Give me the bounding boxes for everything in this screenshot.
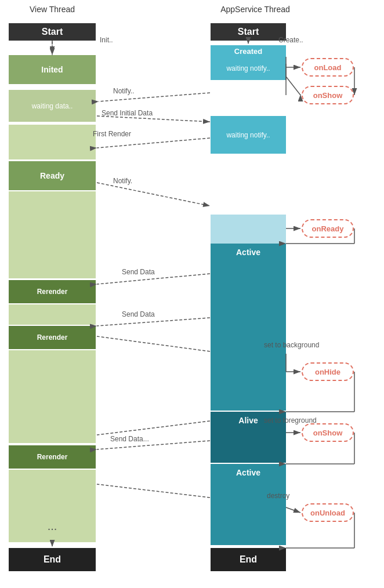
- view-thread-header: View Thread: [6, 5, 99, 14]
- svg-line-8: [97, 183, 210, 206]
- view-gap4: [9, 350, 96, 443]
- as-active1-label: Active: [211, 244, 286, 261]
- as-pre-ready: [211, 215, 286, 244]
- onunload-btn: onUnload: [302, 503, 354, 522]
- send-data2-label: Send Data: [122, 310, 155, 318]
- view-waiting-data: waiting data..: [9, 90, 96, 122]
- as-alive-body: [211, 429, 286, 463]
- as-waiting-notify1: waiting notify..: [211, 57, 286, 80]
- view-start: Start: [9, 23, 96, 41]
- svg-line-30: [97, 484, 210, 498]
- diagram-container: View Thread AppService Thread Start Init…: [0, 0, 384, 588]
- view-rerender2: Rerender: [9, 326, 96, 349]
- onshow-btn1: onShow: [302, 86, 354, 104]
- view-rerender1: Rerender: [9, 280, 96, 303]
- create-label: Create..: [278, 36, 303, 44]
- view-more: ...: [9, 510, 96, 542]
- view-rerender3: Rerender: [9, 445, 96, 469]
- onready-btn: onReady: [302, 219, 354, 238]
- destroy-label: destroy: [267, 492, 289, 500]
- as-created-label: Created: [211, 45, 286, 57]
- as-active2-label: Active: [211, 464, 286, 481]
- onload-btn: onLoad: [302, 58, 354, 77]
- notify1-label: Notify..: [113, 87, 134, 95]
- send-data1-label: Send Data: [122, 268, 155, 276]
- svg-line-20: [97, 336, 210, 351]
- as-active2-body: [211, 481, 286, 545]
- svg-line-25: [97, 421, 210, 435]
- as-end: End: [211, 548, 286, 571]
- set-background-label: set to background: [264, 341, 319, 349]
- svg-line-19: [97, 318, 210, 326]
- init-label: Init..: [100, 36, 113, 44]
- as-waiting-notify2: waiting notify..: [211, 116, 286, 154]
- appservice-thread-header: AppService Thread: [209, 5, 302, 14]
- as-active1-body: [211, 261, 286, 411]
- view-ready-area: [9, 191, 96, 249]
- view-end: End: [9, 548, 96, 571]
- svg-line-7: [97, 138, 210, 148]
- view-gap2: [9, 249, 96, 278]
- view-gap1: [9, 125, 96, 159]
- first-render-label: First Render: [93, 130, 131, 138]
- send-initial-data-label: Send Initial Data: [102, 109, 153, 117]
- view-inited: Inited: [9, 55, 96, 84]
- onshow-btn2: onShow: [302, 423, 354, 442]
- svg-line-10: [286, 77, 300, 95]
- notify2-label: Notify.: [113, 177, 132, 185]
- view-ready: Ready: [9, 161, 96, 190]
- onhide-btn: onHide: [302, 362, 354, 381]
- as-start: Start: [211, 23, 286, 41]
- svg-line-31: [286, 507, 300, 513]
- set-foreground-label: set to foreground: [264, 416, 317, 424]
- send-data-dots-label: Send Data...: [110, 435, 149, 443]
- view-gap3: [9, 304, 96, 325]
